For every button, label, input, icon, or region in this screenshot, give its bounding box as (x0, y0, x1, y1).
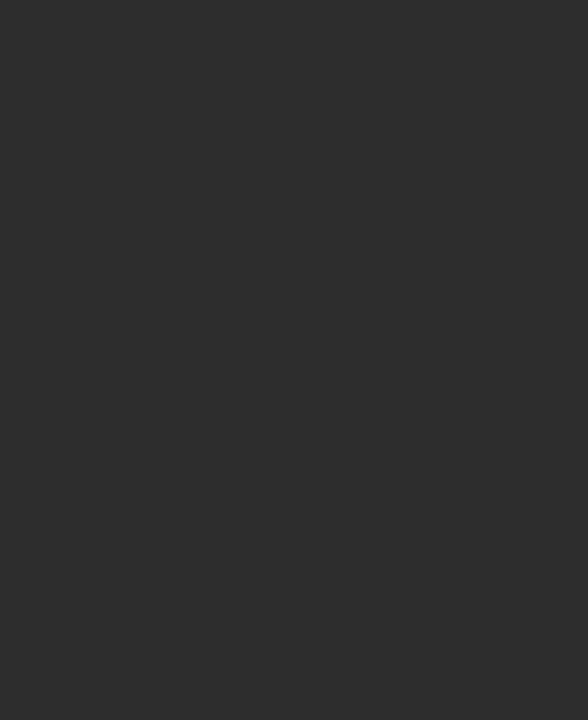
disassembly-view (0, 0, 588, 720)
ida-disassembly-screen: { "palette": { "bg": "#2d2d2d", "addr": … (0, 0, 588, 720)
